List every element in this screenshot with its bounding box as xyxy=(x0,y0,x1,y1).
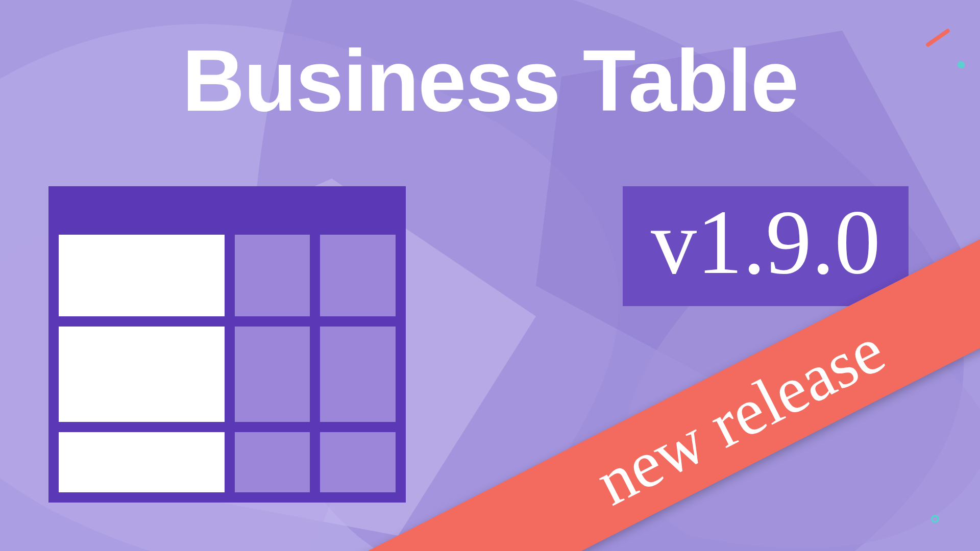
table-icon xyxy=(48,186,406,503)
decoration-dot xyxy=(931,515,939,523)
version-badge: v1.9.0 xyxy=(623,186,909,306)
decoration-dot xyxy=(958,61,965,68)
product-title: Business Table xyxy=(182,31,798,131)
version-text: v1.9.0 xyxy=(651,191,880,293)
